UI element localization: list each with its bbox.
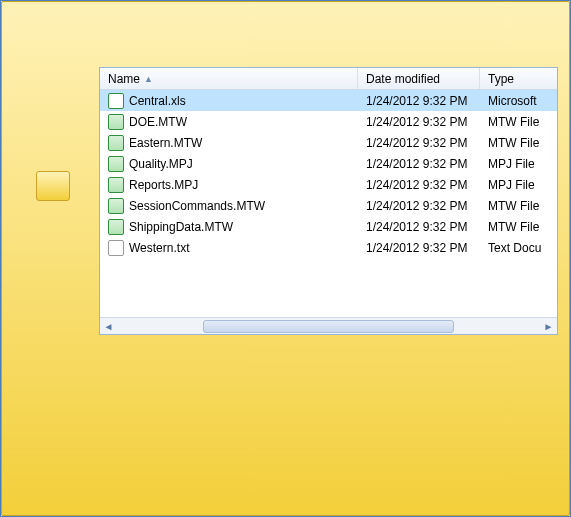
scroll-thumb[interactable] <box>203 320 454 333</box>
file-icon <box>108 135 124 151</box>
nav-toolbar: ⇐ ▦▾ <box>373 41 463 59</box>
file-icon <box>108 240 124 256</box>
file-rows[interactable]: Central.xls1/24/2012 9:32 PMMicrosoftDOE… <box>100 90 557 317</box>
file-icon <box>108 156 124 172</box>
file-row[interactable]: Central.xls1/24/2012 9:32 PMMicrosoft <box>100 90 557 111</box>
new-folder-icon[interactable] <box>421 41 439 59</box>
file-row[interactable]: Quality.MPJ1/24/2012 9:32 PMMPJ File <box>100 153 557 174</box>
file-row[interactable]: DOE.MTW1/24/2012 9:32 PMMTW File <box>100 111 557 132</box>
scroll-right-icon[interactable]: ► <box>540 318 557 334</box>
file-list-pane: Name▲ Date modified Type Central.xls1/24… <box>99 67 558 335</box>
file-row[interactable]: Reports.MPJ1/24/2012 9:32 PMMPJ File <box>100 174 557 195</box>
file-row[interactable]: Western.txt1/24/2012 9:32 PMText Docu <box>100 237 557 258</box>
col-type[interactable]: Type <box>480 68 557 89</box>
horizontal-scrollbar[interactable]: ◄ ► <box>100 317 557 334</box>
file-icon <box>108 219 124 235</box>
file-icon <box>108 198 124 214</box>
col-date[interactable]: Date modified <box>358 68 480 89</box>
sort-asc-icon: ▲ <box>144 74 153 84</box>
file-icon <box>108 177 124 193</box>
file-row[interactable]: ShippingData.MTW1/24/2012 9:32 PMMTW Fil… <box>100 216 557 237</box>
file-row[interactable]: Eastern.MTW1/24/2012 9:32 PMMTW File <box>100 132 557 153</box>
scroll-left-icon[interactable]: ◄ <box>100 318 117 334</box>
file-row[interactable]: SessionCommands.MTW1/24/2012 9:32 PMMTW … <box>100 195 557 216</box>
open-worksheet-dialog: Open Worksheet ✕ Look in: Meet Minitab ⇐… <box>0 0 571 517</box>
col-name[interactable]: Name▲ <box>100 68 358 89</box>
column-headers: Name▲ Date modified Type <box>100 68 557 90</box>
file-icon <box>108 114 124 130</box>
file-icon <box>108 93 124 109</box>
